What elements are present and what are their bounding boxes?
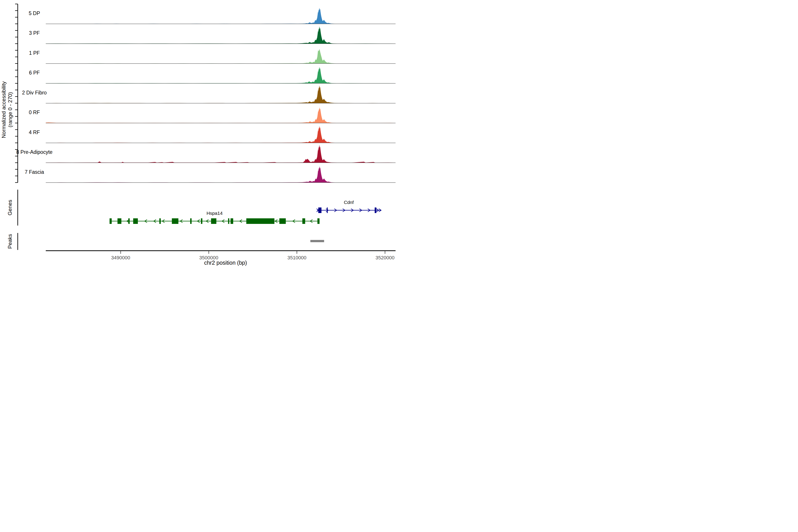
exon-box	[201, 218, 202, 224]
gene-name-label: Hspa14	[207, 211, 223, 216]
track-label: 6 PF	[29, 70, 40, 76]
track-label: 8 Pre-Adipocyte	[16, 149, 53, 155]
peak-regions	[310, 240, 324, 242]
genes-section-label: Genes	[7, 200, 13, 215]
track-label: 4 RF	[29, 130, 40, 135]
x-axis-tick-label: 3520000	[376, 255, 395, 261]
exon-box	[117, 218, 121, 224]
genome-coverage-chart: Normalized accessibility (range 0 - 270)…	[0, 0, 399, 266]
y-axis-label-line2: (range 0 - 270)	[7, 92, 13, 128]
coverage-plot-figure: Normalized accessibility (range 0 - 270)…	[0, 0, 399, 266]
track-label: 3 PF	[29, 30, 40, 36]
exon-box	[133, 218, 138, 224]
track-label: 2 Div Fibro	[22, 90, 46, 96]
exon-box	[172, 218, 178, 224]
track-label: 1 PF	[29, 50, 40, 56]
exon-box	[279, 218, 286, 224]
exon-box	[228, 218, 229, 224]
gene-name-label: Cdnf	[344, 200, 354, 205]
track-label: 7 Fascia	[25, 169, 44, 175]
exon-box	[159, 218, 161, 224]
exon-box	[211, 218, 216, 224]
exon-box	[230, 218, 233, 224]
peak-bar	[310, 240, 324, 242]
peaks-section-label: Peaks	[7, 234, 13, 249]
track-label: 0 RF	[29, 110, 40, 115]
x-axis-title: chr2 position (bp)	[204, 260, 247, 266]
exon-box	[327, 208, 328, 213]
exon-box	[110, 218, 112, 224]
exon-box	[246, 218, 274, 224]
track-label: 5 DP	[28, 11, 40, 16]
exon-box	[128, 218, 130, 224]
x-axis-tick-label: 3490000	[111, 255, 130, 261]
chart-background	[0, 0, 399, 266]
x-axis-tick-label: 3510000	[287, 255, 306, 261]
exon-box	[318, 218, 320, 224]
exon-box	[318, 208, 321, 213]
exon-box	[190, 218, 191, 224]
y-axis-label-line1: Normalized accessibility	[1, 81, 7, 138]
exon-box	[375, 208, 376, 213]
exon-box	[302, 218, 305, 224]
